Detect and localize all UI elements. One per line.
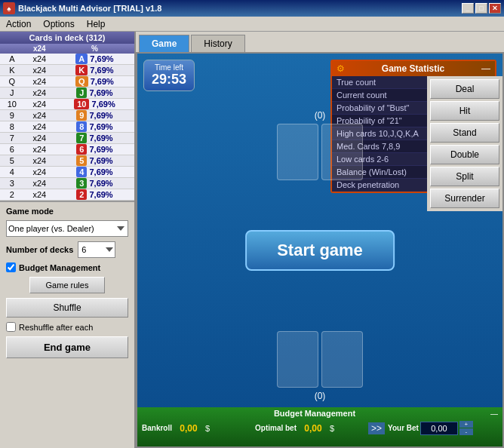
optimal-bet-symbol: $ bbox=[330, 424, 334, 433]
cards-table: x24 % A x24 A 7,69% K x24 K 7,69% Q x24 … bbox=[0, 44, 134, 201]
card-badge-cell: 2 7,69% bbox=[55, 189, 134, 201]
close-button[interactable]: ✕ bbox=[489, 3, 501, 14]
card-rank: 9 bbox=[0, 110, 24, 121]
table-row: 10 x24 10 7,69% bbox=[0, 99, 134, 110]
optimal-bet-value: 0,00 bbox=[298, 423, 328, 434]
double-button[interactable]: Double bbox=[430, 145, 499, 164]
table-row: 8 x24 8 7,69% bbox=[0, 121, 134, 133]
bet-controls: + - bbox=[459, 421, 473, 435]
card-badge-cell: 4 7,69% bbox=[55, 167, 134, 178]
transfer-arrow-button[interactable]: >> bbox=[368, 422, 385, 434]
time-left-value: 29:53 bbox=[152, 72, 186, 87]
card-count: x24 bbox=[24, 76, 55, 87]
table-row: Q x24 Q 7,69% bbox=[0, 76, 134, 87]
game-rules-button[interactable]: Game rules bbox=[29, 277, 105, 293]
card-rank: K bbox=[0, 65, 24, 76]
bankroll-value: 0,00 bbox=[174, 423, 204, 434]
card-badge-cell: J 7,69% bbox=[55, 87, 134, 99]
table-row: 7 x24 7 7,69% bbox=[0, 133, 134, 144]
table-row: 4 x24 4 7,69% bbox=[0, 167, 134, 178]
player-card-2 bbox=[321, 331, 363, 388]
player-cards bbox=[277, 331, 363, 388]
col-card bbox=[0, 44, 24, 54]
hit-button[interactable]: Hit bbox=[430, 101, 499, 121]
bet-increase-button[interactable]: + bbox=[459, 421, 473, 428]
card-rank: 6 bbox=[0, 144, 24, 155]
budget-minimize-icon[interactable]: — bbox=[490, 410, 498, 418]
time-left-box: Time left 29:53 bbox=[143, 60, 195, 91]
minimize-button[interactable]: _ bbox=[462, 3, 474, 14]
card-rank: 8 bbox=[0, 121, 24, 133]
card-count: x24 bbox=[24, 65, 55, 76]
left-panel: Cards in deck (312) x24 % A x24 A 7,69% … bbox=[0, 32, 136, 448]
deal-button[interactable]: Deal bbox=[430, 79, 499, 99]
game-mode-select[interactable]: One player (vs. Dealer) bbox=[6, 220, 128, 237]
optimal-bet-label: Optimal bet bbox=[255, 424, 297, 432]
action-buttons: Deal Hit Stand Double Split Surrender bbox=[427, 76, 502, 211]
table-row: 6 x24 6 7,69% bbox=[0, 144, 134, 155]
player-card-1 bbox=[277, 331, 318, 388]
dealer-cards bbox=[277, 124, 363, 180]
budget-mgmt-checkbox[interactable] bbox=[6, 262, 16, 272]
cards-header: Cards in deck (312) bbox=[0, 32, 134, 44]
window-title: Blackjack Multi Advisor [TRIAL] v1.8 bbox=[18, 4, 161, 13]
reshuffle-checkbox[interactable] bbox=[6, 322, 16, 332]
budget-bar: Budget Management — Bankroll 0,00 $ Opti… bbox=[137, 407, 502, 446]
card-badge-cell: 7 7,69% bbox=[55, 133, 134, 144]
card-badge-cell: Q 7,69% bbox=[55, 76, 134, 87]
table-row: K x24 K 7,69% bbox=[0, 65, 134, 76]
start-game-button[interactable]: Start game bbox=[245, 230, 395, 271]
num-decks-select[interactable]: 6 bbox=[78, 241, 115, 258]
card-rank: 5 bbox=[0, 155, 24, 167]
table-row: J x24 J 7,69% bbox=[0, 87, 134, 99]
menu-help[interactable]: Help bbox=[84, 17, 109, 31]
card-count: x24 bbox=[24, 144, 55, 155]
bankroll-group: Bankroll 0,00 $ bbox=[142, 423, 252, 434]
card-badge-cell: 5 7,69% bbox=[55, 155, 134, 167]
card-count: x24 bbox=[24, 121, 55, 133]
tab-content: Time left 29:53 ⚙ Game Statistic — True … bbox=[136, 52, 504, 448]
col-count: x24 bbox=[24, 44, 55, 54]
app-icon: ♠ bbox=[3, 2, 15, 14]
player-score: (0) bbox=[315, 391, 326, 401]
surrender-button[interactable]: Surrender bbox=[430, 189, 499, 208]
maximize-button[interactable]: □ bbox=[475, 3, 487, 14]
bet-decrease-button[interactable]: - bbox=[459, 428, 473, 435]
table-row: 9 x24 9 7,69% bbox=[0, 110, 134, 121]
card-rank: A bbox=[0, 54, 24, 65]
card-badge-cell: 6 7,69% bbox=[55, 144, 134, 155]
gear-icon[interactable]: ⚙ bbox=[337, 63, 345, 74]
end-game-button[interactable]: End game bbox=[6, 336, 128, 358]
budget-mgmt-label: Budget Management bbox=[19, 263, 100, 272]
card-badge-cell: 8 7,69% bbox=[55, 121, 134, 133]
stat-minimize-icon[interactable]: — bbox=[481, 63, 490, 74]
tab-game[interactable]: Game bbox=[139, 35, 189, 52]
bankroll-label: Bankroll bbox=[142, 424, 172, 432]
menu-options[interactable]: Options bbox=[40, 17, 77, 31]
split-button[interactable]: Split bbox=[430, 167, 499, 186]
card-count: x24 bbox=[24, 87, 55, 99]
stat-title: Game Statistic bbox=[348, 63, 478, 74]
dealer-area: (0) bbox=[277, 110, 363, 180]
card-rank: Q bbox=[0, 76, 24, 87]
title-bar: ♠ Blackjack Multi Advisor [TRIAL] v1.8 _… bbox=[0, 0, 504, 17]
stand-button[interactable]: Stand bbox=[430, 123, 499, 143]
card-count: x24 bbox=[24, 54, 55, 65]
menu-action[interactable]: Action bbox=[3, 17, 34, 31]
card-rank: 10 bbox=[0, 99, 24, 110]
your-bet-group: Your Bet + - bbox=[388, 421, 498, 435]
tab-history[interactable]: History bbox=[191, 35, 244, 52]
bankroll-symbol: $ bbox=[205, 424, 210, 433]
card-rank: 2 bbox=[0, 189, 24, 201]
right-panel: Game History Time left 29:53 ⚙ Game Stat… bbox=[136, 32, 504, 448]
reshuffle-label: Reshuffle after each bbox=[19, 323, 93, 332]
card-count: x24 bbox=[24, 167, 55, 178]
card-rank: 7 bbox=[0, 133, 24, 144]
table-row: 5 x24 5 7,69% bbox=[0, 155, 134, 167]
card-badge-cell: A 7,69% bbox=[55, 54, 134, 65]
card-badge-cell: K 7,69% bbox=[55, 65, 134, 76]
card-rank: 3 bbox=[0, 178, 24, 189]
col-pct: % bbox=[55, 44, 134, 54]
shuffle-button[interactable]: Shuffle bbox=[6, 298, 128, 318]
your-bet-input[interactable] bbox=[420, 422, 458, 435]
